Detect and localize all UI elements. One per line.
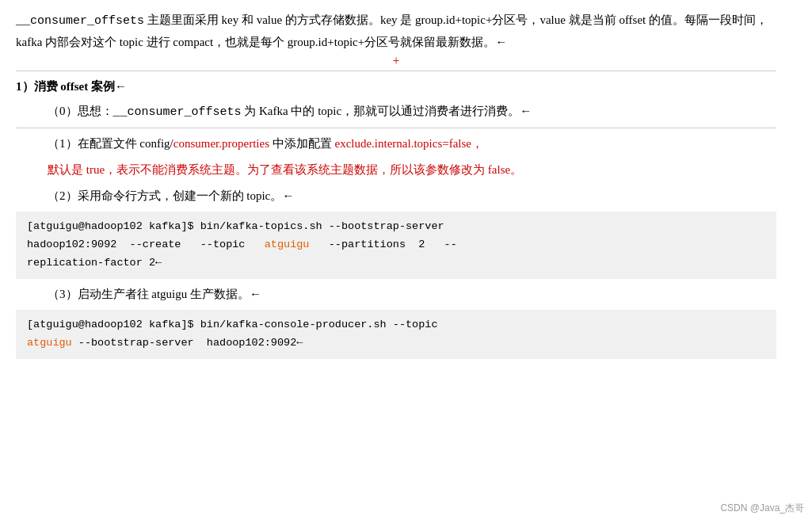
divider-2 bbox=[16, 128, 776, 128]
code1-atguigu: atguigu bbox=[265, 239, 310, 250]
paragraph-2: （0）思想：__consumer_offsets 为 Kafka 中的 topi… bbox=[16, 101, 776, 123]
p3-pre: （1）在配置文件 config/ bbox=[48, 137, 173, 150]
p1-text: __consumer_offsets 主题里面采用 key 和 value 的方… bbox=[16, 13, 768, 48]
paragraph-1: __consumer_offsets 主题里面采用 key 和 value 的方… bbox=[16, 10, 776, 53]
p4-text: （2）采用命令行方式，创建一个新的 topic。← bbox=[48, 189, 294, 202]
plus-marker: + bbox=[16, 55, 776, 67]
paragraph-5: （3）启动生产者往 atguigu 生产数据。← bbox=[16, 284, 776, 305]
code-block-2: [atguigu@hadoop102 kafka]$ bin/kafka-con… bbox=[16, 310, 776, 359]
divider-1 bbox=[16, 71, 776, 71]
p5-text: （3）启动生产者往 atguigu 生产数据。← bbox=[48, 288, 261, 300]
section-heading-1: 1）消费 offset 案例← bbox=[16, 76, 776, 97]
p3-mid: 中添加配置 bbox=[269, 137, 335, 150]
p3-red-line2: 默认是 true，表示不能消费系统主题。为了查看该系统主题数据，所以该参数修改为… bbox=[48, 163, 522, 176]
paragraph-3b: 默认是 true，表示不能消费系统主题。为了查看该系统主题数据，所以该参数修改为… bbox=[16, 159, 776, 181]
paragraph-3: （1）在配置文件 config/consumer.properties 中添加配… bbox=[16, 133, 776, 155]
p3-red1: consumer.properties bbox=[173, 137, 269, 150]
p3-red2: exclude.internal.topics=false， bbox=[334, 137, 483, 150]
watermark: CSDN @Java_杰哥 bbox=[720, 502, 804, 515]
p2-post: 为 Kafka 中的 topic，那就可以通过消费者进行消费。← bbox=[242, 105, 532, 117]
code2-atguigu: atguigu bbox=[27, 337, 72, 349]
code2-content: [atguigu@hadoop102 kafka]$ bin/kafka-con… bbox=[27, 319, 437, 349]
consumer-offsets-code: __consumer_offsets bbox=[16, 14, 144, 28]
code-block-1: [atguigu@hadoop102 kafka]$ bin/kafka-top… bbox=[16, 212, 776, 279]
p2-pre: （0）思想： bbox=[48, 105, 113, 117]
code1-line1: [atguigu@hadoop102 kafka]$ bin/kafka-top… bbox=[27, 220, 457, 269]
p2-code: __consumer_offsets bbox=[113, 105, 242, 119]
paragraph-4: （2）采用命令行方式，创建一个新的 topic。← bbox=[16, 185, 776, 207]
